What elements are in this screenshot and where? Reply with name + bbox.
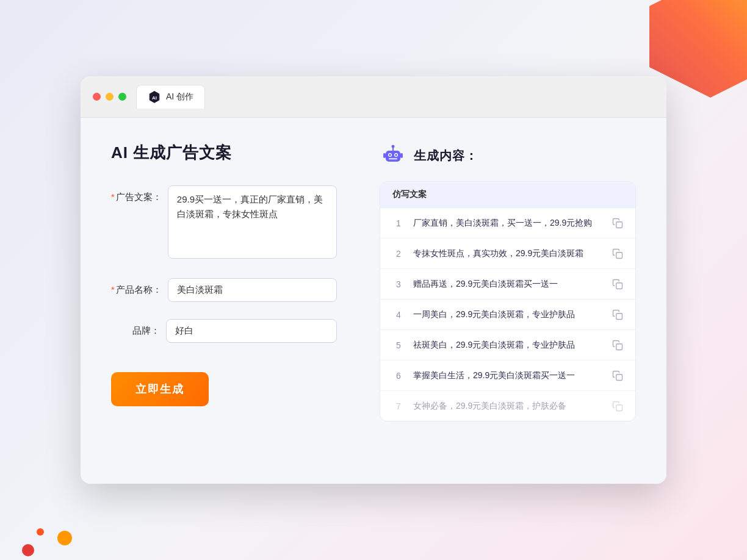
svg-rect-2 bbox=[386, 151, 400, 162]
ad-copy-label: *广告文案： bbox=[111, 185, 162, 203]
product-name-input[interactable] bbox=[168, 278, 337, 302]
required-mark-2: * bbox=[111, 284, 115, 295]
svg-rect-7 bbox=[389, 158, 397, 160]
result-header: 生成内容： bbox=[380, 142, 636, 169]
list-item: 2专抹女性斑点，真实功效，29.9元美白淡斑霜 bbox=[380, 239, 635, 269]
window-controls bbox=[93, 93, 126, 101]
copy-icon[interactable] bbox=[612, 309, 623, 320]
brand-label: 品牌： bbox=[111, 319, 160, 337]
copy-icon[interactable] bbox=[612, 218, 623, 229]
result-table: 仿写文案 1厂家直销，美白淡斑霜，买一送一，29.9元抢购 2专抹女性斑点，真实… bbox=[380, 181, 636, 422]
row-text: 祛斑美白，29.9元美白淡斑霜，专业护肤品 bbox=[413, 339, 604, 351]
brand-group: 品牌： bbox=[111, 319, 337, 343]
list-item: 4一周美白，29.9元美白淡斑霜，专业护肤品 bbox=[380, 300, 635, 330]
copy-icon[interactable] bbox=[612, 279, 623, 290]
product-name-group: *产品名称： bbox=[111, 278, 337, 302]
main-content: AI 生成广告文案 *广告文案： *产品名称： bbox=[81, 118, 666, 484]
svg-rect-12 bbox=[616, 221, 622, 228]
right-panel: 生成内容： 仿写文案 1厂家直销，美白淡斑霜，买一送一，29.9元抢购 2专抹女… bbox=[367, 142, 636, 459]
svg-rect-13 bbox=[616, 252, 622, 258]
ad-copy-group: *广告文案： bbox=[111, 185, 337, 261]
list-item: 1厂家直销，美白淡斑霜，买一送一，29.9元抢购 bbox=[380, 208, 635, 239]
result-title: 生成内容： bbox=[414, 148, 478, 164]
svg-rect-11 bbox=[400, 153, 403, 158]
brand-input[interactable] bbox=[166, 319, 337, 343]
minimize-button[interactable] bbox=[106, 93, 114, 101]
page-title: AI 生成广告文案 bbox=[111, 142, 337, 163]
svg-text:AI: AI bbox=[152, 95, 157, 101]
row-number: 6 bbox=[392, 371, 405, 381]
copy-icon[interactable] bbox=[612, 248, 623, 259]
copy-icon[interactable] bbox=[612, 340, 623, 351]
svg-rect-17 bbox=[616, 374, 622, 380]
svg-point-9 bbox=[392, 145, 395, 148]
list-item: 6掌握美白生活，29.9元美白淡斑霜买一送一 bbox=[380, 361, 635, 391]
svg-point-6 bbox=[395, 154, 397, 156]
copy-icon[interactable] bbox=[612, 401, 623, 412]
ad-copy-input[interactable] bbox=[168, 185, 337, 259]
ai-icon: AI bbox=[148, 90, 161, 104]
svg-point-5 bbox=[389, 154, 391, 156]
row-number: 3 bbox=[392, 279, 405, 289]
maximize-button[interactable] bbox=[118, 93, 126, 101]
product-name-label: *产品名称： bbox=[111, 278, 162, 296]
row-text: 女神必备，29.9元美白淡斑霜，护肤必备 bbox=[413, 400, 604, 412]
svg-rect-15 bbox=[616, 313, 622, 319]
ad-copy-wrapper bbox=[168, 185, 337, 261]
row-text: 一周美白，29.9元美白淡斑霜，专业护肤品 bbox=[413, 308, 604, 321]
row-number: 5 bbox=[392, 340, 405, 350]
submit-button[interactable]: 立即生成 bbox=[111, 372, 209, 406]
svg-rect-14 bbox=[616, 282, 622, 289]
row-number: 7 bbox=[392, 401, 405, 411]
row-text: 厂家直销，美白淡斑霜，买一送一，29.9元抢购 bbox=[413, 217, 604, 229]
close-button[interactable] bbox=[93, 93, 101, 101]
left-panel: AI 生成广告文案 *广告文案： *产品名称： bbox=[111, 142, 367, 459]
row-number: 1 bbox=[392, 218, 405, 228]
row-text: 掌握美白生活，29.9元美白淡斑霜买一送一 bbox=[413, 369, 604, 382]
result-column-header: 仿写文案 bbox=[380, 182, 635, 208]
robot-icon bbox=[380, 142, 406, 169]
row-text: 专抹女性斑点，真实功效，29.9元美白淡斑霜 bbox=[413, 247, 604, 260]
svg-rect-18 bbox=[616, 404, 622, 411]
copy-icon[interactable] bbox=[612, 370, 623, 381]
browser-window: AI AI 创作 AI 生成广告文案 *广告文案： *产品名称： bbox=[81, 76, 666, 484]
row-number: 2 bbox=[392, 249, 405, 259]
title-bar: AI AI 创作 bbox=[81, 76, 666, 118]
row-number: 4 bbox=[392, 310, 405, 320]
ai-tab[interactable]: AI AI 创作 bbox=[136, 85, 205, 109]
row-text: 赠品再送，29.9元美白淡斑霜买一送一 bbox=[413, 278, 604, 290]
result-rows: 1厂家直销，美白淡斑霜，买一送一，29.9元抢购 2专抹女性斑点，真实功效，29… bbox=[380, 208, 635, 421]
brand-wrapper bbox=[166, 319, 337, 343]
svg-rect-16 bbox=[616, 343, 622, 350]
required-mark-1: * bbox=[111, 192, 115, 202]
svg-rect-10 bbox=[383, 153, 386, 158]
product-name-wrapper bbox=[168, 278, 337, 302]
list-item: 7女神必备，29.9元美白淡斑霜，护肤必备 bbox=[380, 391, 635, 421]
tab-label: AI 创作 bbox=[166, 92, 193, 102]
list-item: 3赠品再送，29.9元美白淡斑霜买一送一 bbox=[380, 269, 635, 300]
list-item: 5祛斑美白，29.9元美白淡斑霜，专业护肤品 bbox=[380, 330, 635, 361]
